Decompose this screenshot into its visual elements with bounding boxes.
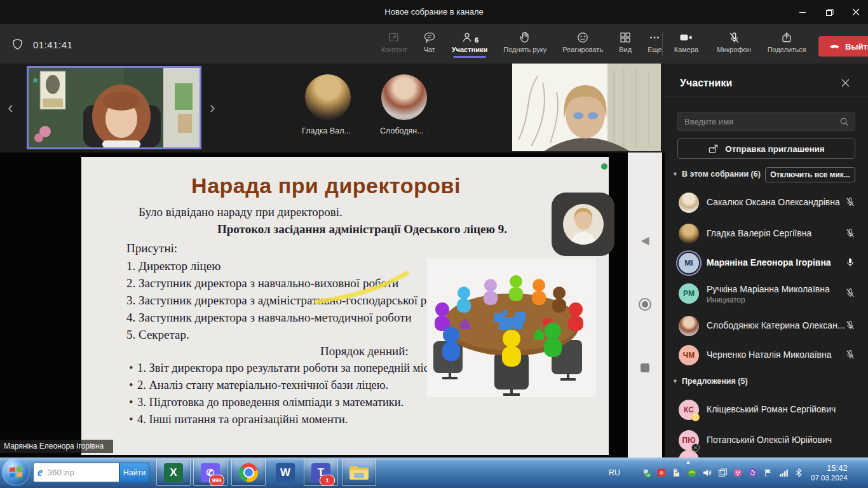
panel-divider	[665, 97, 868, 97]
camera-button[interactable]: Камера	[668, 30, 704, 53]
minimize-button[interactable]	[793, 5, 812, 19]
taskbar-button-chrome[interactable]	[231, 459, 266, 486]
mic-muted-icon[interactable]	[845, 349, 855, 360]
flag-tray-icon[interactable]	[763, 467, 774, 478]
camera-video-frame	[512, 64, 661, 151]
tray-clock[interactable]: 15:42 07.03.2024	[811, 463, 848, 483]
bluetooth-tray-icon[interactable]	[793, 467, 804, 478]
share-invite-icon	[708, 144, 719, 154]
toolbar-center-buttons: Контент Чат 6 Участники Подн	[379, 30, 665, 53]
viber-tray-icon[interactable]	[747, 467, 759, 478]
react-smiley-icon	[576, 30, 589, 44]
antivirus-tray-icon[interactable]	[686, 467, 698, 478]
document-tray-icon[interactable]: i	[671, 467, 682, 478]
microphone-button[interactable]: Микрофон	[713, 30, 755, 53]
leave-button-label: Выйти	[845, 42, 868, 51]
record-tray-icon[interactable]	[656, 467, 667, 478]
participant-name: Гладка Вал...	[302, 126, 351, 135]
participants-count-badge: 6	[475, 36, 478, 44]
toolbar-button-more[interactable]: Еще	[645, 30, 664, 53]
filmstrip: ‹ ›	[0, 64, 665, 152]
taskbar-find-button[interactable]: Найти	[119, 463, 149, 482]
video-tile-speaker[interactable]	[27, 66, 201, 149]
filmstrip-prev-icon[interactable]: ‹	[8, 99, 13, 116]
participants-panel: Участники Отправка приглашения ▼ В этом …	[665, 64, 868, 458]
language-indicator[interactable]: RU	[609, 468, 620, 477]
usb-tray-icon[interactable]	[641, 467, 652, 478]
window-title: Новое собрание в канале	[0, 7, 868, 17]
taskbar-search-input[interactable]	[46, 467, 115, 478]
toolbar-button-participants[interactable]: 6 Участники	[449, 30, 491, 53]
video-tile-camera[interactable]	[512, 64, 661, 151]
toolbar-button-raise-hand[interactable]: Поднять руку	[501, 30, 549, 53]
taskbar-button-word[interactable]: W	[269, 459, 301, 486]
taskbar-button-excel[interactable]: X	[156, 459, 191, 486]
taskbar-search-box[interactable]: e	[33, 463, 119, 482]
toolbar-button-chat[interactable]: Чат	[421, 30, 438, 53]
chevron-down-icon: ▼	[672, 171, 678, 177]
avatar-gladka	[305, 74, 351, 120]
taskbar-button-viber[interactable]: ✆ 999	[193, 459, 227, 486]
teams-meeting-window: Новое собрание в канале 01:41:41 Контент	[0, 0, 868, 488]
section-suggestions[interactable]: ▼ Предложения (5)	[672, 377, 748, 386]
mic-on-icon[interactable]	[845, 257, 855, 268]
search-input[interactable]	[678, 117, 839, 126]
windows-tray-icon[interactable]	[717, 467, 728, 478]
participant-name: Сакалюк Оксана Олександрівна	[707, 197, 853, 207]
stop-control-icon[interactable]	[628, 362, 662, 374]
participant-row[interactable]: Гладка Валерія Сергіївна	[665, 219, 868, 248]
mute-all-button[interactable]: Отключить все мик...	[765, 167, 855, 182]
filmstrip-participant-2[interactable]: Слободян...	[380, 74, 428, 135]
mic-muted-icon[interactable]	[845, 228, 855, 238]
taskbar-button-explorer[interactable]	[342, 459, 376, 486]
filmstrip-participant-1[interactable]: Гладка Вал...	[304, 74, 352, 135]
hang-up-icon	[829, 43, 840, 50]
filmstrip-next-icon[interactable]: ›	[210, 99, 215, 116]
mic-muted-icon	[427, 126, 428, 135]
avatar-initials: ЧМ	[679, 345, 699, 365]
leave-button[interactable]: Выйти	[818, 36, 868, 57]
participant-name: Маряніна Елеонора Ігорівна	[707, 257, 853, 268]
participant-name: Кліщевський Роман Сергійович	[707, 404, 853, 414]
presentation-side-strip: ◀	[628, 152, 662, 458]
avatar	[679, 316, 699, 336]
toolbar-button-react[interactable]: Реагировать	[560, 30, 606, 53]
suggested-participant-row[interactable]: КС Кліщевський Роман Сергійович	[665, 395, 868, 424]
view-grid-icon	[619, 30, 632, 44]
section-in-meeting[interactable]: ▼ В этом собрании (6)	[672, 170, 761, 179]
mic-muted-icon[interactable]	[845, 288, 855, 298]
restore-button[interactable]	[820, 5, 839, 19]
teamwork-clipart-image	[427, 259, 596, 397]
mic-muted-icon[interactable]	[845, 320, 855, 330]
participant-row[interactable]: РМ Ручкіна Маріанна Миколаївна Инициатор	[665, 279, 868, 312]
participant-row-speaking[interactable]: МІ Маряніна Елеонора Ігорівна	[665, 248, 868, 278]
share-button[interactable]: Поделиться	[764, 30, 810, 53]
pip-self-video[interactable]	[552, 193, 614, 256]
participant-search-field[interactable]	[677, 112, 855, 131]
previous-slide-icon[interactable]: ◀	[628, 234, 662, 247]
participants-icon: 6	[461, 30, 478, 44]
participant-row[interactable]: Слободянюк Катерина Олексан...	[665, 311, 868, 341]
app-pink-tray-icon[interactable]	[732, 467, 743, 478]
panel-close-button[interactable]	[837, 75, 853, 90]
participant-name: Слободян...	[380, 126, 424, 135]
close-button[interactable]	[846, 5, 865, 19]
radio-control-icon[interactable]	[628, 297, 662, 311]
start-button[interactable]	[2, 458, 30, 486]
chrome-icon	[239, 463, 258, 482]
microphone-muted-icon	[728, 30, 740, 44]
toolbar-button-content[interactable]: Контент	[379, 30, 410, 53]
windows-logo-icon	[10, 466, 22, 478]
network-tray-icon[interactable]	[778, 467, 789, 478]
speaker-video-frame	[29, 68, 200, 147]
send-invite-button[interactable]: Отправка приглашения	[677, 139, 855, 159]
participant-row[interactable]: ЧМ Черненко Наталія Миколаївна	[665, 341, 868, 370]
participant-name: Потапський Олексій Юрійович	[707, 435, 853, 445]
volume-tray-icon[interactable]	[702, 467, 713, 478]
system-tray: RU i 15:42 07.03.2024	[597, 458, 868, 488]
toolbar-button-view[interactable]: Вид	[616, 30, 634, 53]
suggested-participant-row[interactable]: ПЮ Потапський Олексій Юрійович	[665, 426, 868, 455]
mic-muted-icon[interactable]	[845, 197, 855, 207]
participant-row[interactable]: Сакалюк Оксана Олександрівна	[665, 188, 868, 217]
taskbar-button-teams[interactable]: T 1	[304, 459, 338, 486]
